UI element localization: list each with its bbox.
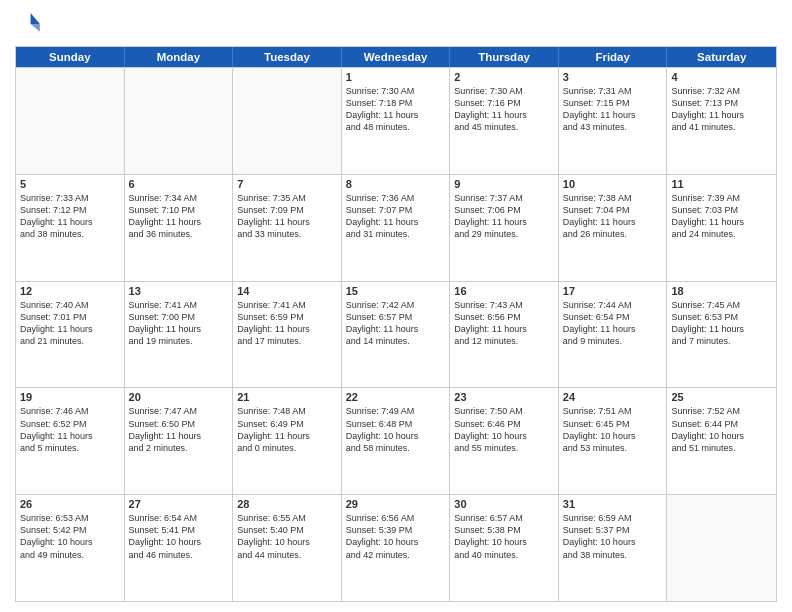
logo-icon (15, 10, 43, 38)
cal-cell: 22Sunrise: 7:49 AM Sunset: 6:48 PM Dayli… (342, 388, 451, 494)
page: SundayMondayTuesdayWednesdayThursdayFrid… (0, 0, 792, 612)
week-row-3: 12Sunrise: 7:40 AM Sunset: 7:01 PM Dayli… (16, 281, 776, 388)
day-number: 1 (346, 71, 446, 83)
day-number: 22 (346, 391, 446, 403)
cal-cell: 19Sunrise: 7:46 AM Sunset: 6:52 PM Dayli… (16, 388, 125, 494)
cal-cell: 7Sunrise: 7:35 AM Sunset: 7:09 PM Daylig… (233, 175, 342, 281)
week-row-5: 26Sunrise: 6:53 AM Sunset: 5:42 PM Dayli… (16, 494, 776, 601)
day-info: Sunrise: 6:56 AM Sunset: 5:39 PM Dayligh… (346, 512, 446, 561)
day-number: 2 (454, 71, 554, 83)
day-info: Sunrise: 7:52 AM Sunset: 6:44 PM Dayligh… (671, 405, 772, 454)
day-number: 13 (129, 285, 229, 297)
svg-marker-1 (31, 24, 40, 32)
cal-cell: 25Sunrise: 7:52 AM Sunset: 6:44 PM Dayli… (667, 388, 776, 494)
week-row-4: 19Sunrise: 7:46 AM Sunset: 6:52 PM Dayli… (16, 387, 776, 494)
day-info: Sunrise: 7:50 AM Sunset: 6:46 PM Dayligh… (454, 405, 554, 454)
day-number: 19 (20, 391, 120, 403)
header-day-friday: Friday (559, 47, 668, 67)
calendar-body: 1Sunrise: 7:30 AM Sunset: 7:18 PM Daylig… (16, 67, 776, 601)
day-number: 7 (237, 178, 337, 190)
cal-cell: 4Sunrise: 7:32 AM Sunset: 7:13 PM Daylig… (667, 68, 776, 174)
day-info: Sunrise: 7:47 AM Sunset: 6:50 PM Dayligh… (129, 405, 229, 454)
header-day-saturday: Saturday (667, 47, 776, 67)
cal-cell: 14Sunrise: 7:41 AM Sunset: 6:59 PM Dayli… (233, 282, 342, 388)
cal-cell: 16Sunrise: 7:43 AM Sunset: 6:56 PM Dayli… (450, 282, 559, 388)
day-info: Sunrise: 7:41 AM Sunset: 6:59 PM Dayligh… (237, 299, 337, 348)
day-info: Sunrise: 7:35 AM Sunset: 7:09 PM Dayligh… (237, 192, 337, 241)
cal-cell: 12Sunrise: 7:40 AM Sunset: 7:01 PM Dayli… (16, 282, 125, 388)
day-number: 10 (563, 178, 663, 190)
day-info: Sunrise: 7:30 AM Sunset: 7:16 PM Dayligh… (454, 85, 554, 134)
day-info: Sunrise: 7:36 AM Sunset: 7:07 PM Dayligh… (346, 192, 446, 241)
day-number: 26 (20, 498, 120, 510)
cal-cell: 11Sunrise: 7:39 AM Sunset: 7:03 PM Dayli… (667, 175, 776, 281)
day-number: 31 (563, 498, 663, 510)
day-number: 5 (20, 178, 120, 190)
cal-cell: 18Sunrise: 7:45 AM Sunset: 6:53 PM Dayli… (667, 282, 776, 388)
day-info: Sunrise: 7:30 AM Sunset: 7:18 PM Dayligh… (346, 85, 446, 134)
day-number: 16 (454, 285, 554, 297)
header (15, 10, 777, 38)
day-info: Sunrise: 7:45 AM Sunset: 6:53 PM Dayligh… (671, 299, 772, 348)
day-number: 29 (346, 498, 446, 510)
day-number: 18 (671, 285, 772, 297)
day-number: 14 (237, 285, 337, 297)
day-info: Sunrise: 7:38 AM Sunset: 7:04 PM Dayligh… (563, 192, 663, 241)
day-info: Sunrise: 7:34 AM Sunset: 7:10 PM Dayligh… (129, 192, 229, 241)
day-number: 8 (346, 178, 446, 190)
header-day-sunday: Sunday (16, 47, 125, 67)
week-row-2: 5Sunrise: 7:33 AM Sunset: 7:12 PM Daylig… (16, 174, 776, 281)
day-number: 4 (671, 71, 772, 83)
cal-cell: 27Sunrise: 6:54 AM Sunset: 5:41 PM Dayli… (125, 495, 234, 601)
cal-cell: 15Sunrise: 7:42 AM Sunset: 6:57 PM Dayli… (342, 282, 451, 388)
day-info: Sunrise: 6:54 AM Sunset: 5:41 PM Dayligh… (129, 512, 229, 561)
cal-cell: 21Sunrise: 7:48 AM Sunset: 6:49 PM Dayli… (233, 388, 342, 494)
day-number: 24 (563, 391, 663, 403)
cal-cell (233, 68, 342, 174)
day-info: Sunrise: 6:53 AM Sunset: 5:42 PM Dayligh… (20, 512, 120, 561)
day-number: 6 (129, 178, 229, 190)
cal-cell: 5Sunrise: 7:33 AM Sunset: 7:12 PM Daylig… (16, 175, 125, 281)
cal-cell: 13Sunrise: 7:41 AM Sunset: 7:00 PM Dayli… (125, 282, 234, 388)
header-day-thursday: Thursday (450, 47, 559, 67)
cal-cell: 30Sunrise: 6:57 AM Sunset: 5:38 PM Dayli… (450, 495, 559, 601)
day-info: Sunrise: 6:59 AM Sunset: 5:37 PM Dayligh… (563, 512, 663, 561)
cal-cell: 23Sunrise: 7:50 AM Sunset: 6:46 PM Dayli… (450, 388, 559, 494)
cal-cell: 20Sunrise: 7:47 AM Sunset: 6:50 PM Dayli… (125, 388, 234, 494)
day-info: Sunrise: 7:46 AM Sunset: 6:52 PM Dayligh… (20, 405, 120, 454)
cal-cell (667, 495, 776, 601)
day-number: 11 (671, 178, 772, 190)
calendar-header: SundayMondayTuesdayWednesdayThursdayFrid… (16, 47, 776, 67)
day-number: 3 (563, 71, 663, 83)
cal-cell (16, 68, 125, 174)
cal-cell: 2Sunrise: 7:30 AM Sunset: 7:16 PM Daylig… (450, 68, 559, 174)
day-number: 27 (129, 498, 229, 510)
day-info: Sunrise: 7:49 AM Sunset: 6:48 PM Dayligh… (346, 405, 446, 454)
week-row-1: 1Sunrise: 7:30 AM Sunset: 7:18 PM Daylig… (16, 67, 776, 174)
cal-cell: 26Sunrise: 6:53 AM Sunset: 5:42 PM Dayli… (16, 495, 125, 601)
day-info: Sunrise: 7:43 AM Sunset: 6:56 PM Dayligh… (454, 299, 554, 348)
day-number: 30 (454, 498, 554, 510)
logo (15, 10, 47, 38)
day-info: Sunrise: 7:51 AM Sunset: 6:45 PM Dayligh… (563, 405, 663, 454)
day-info: Sunrise: 6:55 AM Sunset: 5:40 PM Dayligh… (237, 512, 337, 561)
day-number: 12 (20, 285, 120, 297)
cal-cell: 24Sunrise: 7:51 AM Sunset: 6:45 PM Dayli… (559, 388, 668, 494)
cal-cell: 6Sunrise: 7:34 AM Sunset: 7:10 PM Daylig… (125, 175, 234, 281)
cal-cell: 10Sunrise: 7:38 AM Sunset: 7:04 PM Dayli… (559, 175, 668, 281)
cal-cell: 8Sunrise: 7:36 AM Sunset: 7:07 PM Daylig… (342, 175, 451, 281)
cal-cell: 17Sunrise: 7:44 AM Sunset: 6:54 PM Dayli… (559, 282, 668, 388)
calendar: SundayMondayTuesdayWednesdayThursdayFrid… (15, 46, 777, 602)
cal-cell: 29Sunrise: 6:56 AM Sunset: 5:39 PM Dayli… (342, 495, 451, 601)
day-info: Sunrise: 7:32 AM Sunset: 7:13 PM Dayligh… (671, 85, 772, 134)
day-number: 9 (454, 178, 554, 190)
day-info: Sunrise: 7:37 AM Sunset: 7:06 PM Dayligh… (454, 192, 554, 241)
cal-cell: 9Sunrise: 7:37 AM Sunset: 7:06 PM Daylig… (450, 175, 559, 281)
cal-cell (125, 68, 234, 174)
day-number: 17 (563, 285, 663, 297)
day-info: Sunrise: 7:42 AM Sunset: 6:57 PM Dayligh… (346, 299, 446, 348)
day-info: Sunrise: 7:48 AM Sunset: 6:49 PM Dayligh… (237, 405, 337, 454)
day-number: 15 (346, 285, 446, 297)
header-day-wednesday: Wednesday (342, 47, 451, 67)
day-info: Sunrise: 7:40 AM Sunset: 7:01 PM Dayligh… (20, 299, 120, 348)
